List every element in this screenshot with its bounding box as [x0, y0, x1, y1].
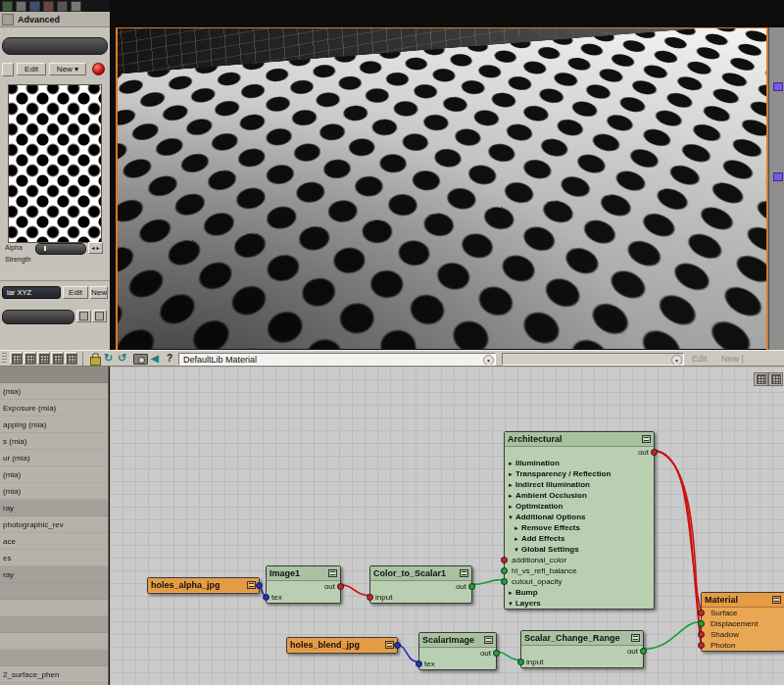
architectural-section-row[interactable]: ►Remove Effects: [505, 522, 654, 533]
node-menu-icon[interactable]: [460, 569, 468, 577]
new-button[interactable]: New ▾: [49, 63, 86, 75]
render-viewport[interactable]: [118, 28, 766, 349]
toolbar-grip[interactable]: [2, 353, 7, 365]
expand-arrow-icon[interactable]: ►: [508, 493, 514, 499]
output-port[interactable]: [394, 642, 401, 649]
architectural-section-row[interactable]: ►Illumination: [505, 458, 654, 468]
panel-icon[interactable]: [16, 1, 26, 12]
node-menu-icon[interactable]: [631, 634, 640, 642]
shader-list-item[interactable]: [0, 633, 108, 650]
material-input-row[interactable]: Surface: [702, 608, 784, 618]
tab-advanced[interactable]: Advanced: [18, 15, 60, 24]
shader-preview-bar[interactable]: [2, 37, 108, 55]
panel-icon[interactable]: [43, 1, 54, 12]
toolbar-button[interactable]: [10, 352, 23, 365]
input-port[interactable]: [698, 620, 705, 627]
input-port[interactable]: [501, 567, 508, 574]
camera-icon[interactable]: [133, 354, 148, 365]
shader-list-item[interactable]: ur (mia): [0, 450, 108, 466]
shader-list-item[interactable]: ray: [0, 500, 108, 516]
node-image1[interactable]: Image1 out tex: [266, 565, 341, 604]
architectural-section-row[interactable]: ▼Additional Options: [505, 512, 654, 522]
small-icon-button[interactable]: [92, 310, 107, 322]
expand-arrow-icon[interactable]: ▼: [508, 514, 514, 520]
toolbar-button[interactable]: [65, 352, 77, 365]
toolbar-button[interactable]: [37, 352, 50, 365]
expand-arrow-icon[interactable]: ►: [514, 525, 519, 531]
alpha-spinner[interactable]: ◄►: [88, 242, 103, 254]
shader-list-item[interactable]: ace: [0, 533, 108, 550]
edit-button-2[interactable]: Edit: [63, 286, 88, 299]
architectural-section-row[interactable]: ►Optimization: [505, 501, 654, 512]
shader-list-item[interactable]: [0, 367, 108, 383]
shader-list-item[interactable]: apping (mia): [0, 416, 108, 433]
texture-space-dropdown[interactable]: lar XYZ: [2, 286, 61, 299]
tab-nav-button[interactable]: [2, 14, 14, 25]
expand-arrow-icon[interactable]: ►: [508, 461, 514, 466]
node-menu-icon[interactable]: [328, 569, 337, 577]
input-port[interactable]: [501, 557, 508, 563]
input-port[interactable]: [263, 594, 270, 601]
bottom-slider[interactable]: [2, 310, 74, 324]
architectural-section-row[interactable]: ►Ambient Occlusion: [505, 490, 654, 501]
panel-icon[interactable]: [2, 1, 13, 12]
shader-list-item[interactable]: [0, 616, 108, 633]
edit-button[interactable]: Edit: [17, 63, 46, 75]
node-color-to-scalar1[interactable]: Color_to_Scalar1 out input: [369, 565, 472, 604]
output-port[interactable]: [493, 650, 500, 657]
output-port[interactable]: [640, 648, 647, 655]
new-button-2[interactable]: New: [90, 286, 108, 299]
shader-list-item[interactable]: (mia): [0, 483, 108, 500]
node-menu-icon[interactable]: [385, 641, 394, 649]
shader-list-item[interactable]: [0, 583, 108, 600]
input-port[interactable]: [698, 610, 705, 616]
panel-marker[interactable]: [773, 82, 783, 91]
render-region-icon[interactable]: [92, 63, 105, 75]
output-port[interactable]: [256, 582, 263, 589]
panel-icon[interactable]: [71, 1, 81, 12]
canvas-view-button[interactable]: [768, 372, 783, 386]
refresh-icon[interactable]: ↻: [104, 352, 113, 365]
material-input-row[interactable]: Photon: [702, 640, 784, 651]
material-input-row[interactable]: Shadow: [702, 629, 784, 640]
canvas-view-button[interactable]: [754, 372, 768, 386]
input-port[interactable]: [698, 631, 705, 638]
node-material[interactable]: Material SurfaceDisplacementShadowPhoton: [701, 592, 784, 652]
architectural-port-row[interactable]: additional_color: [505, 555, 654, 565]
node-scalarimage[interactable]: ScalarImage out tex: [418, 632, 497, 670]
shader-list-item[interactable]: [0, 600, 108, 616]
expand-arrow-icon[interactable]: ►: [508, 482, 514, 488]
node-holes-alpha-jpg[interactable]: holes_alpha_jpg: [147, 577, 260, 594]
material-input-row[interactable]: Displacement: [702, 618, 784, 629]
architectural-port-row[interactable]: cutout_opacity: [505, 576, 654, 587]
node-menu-icon[interactable]: [642, 435, 651, 443]
back-arrow-icon[interactable]: ◀: [151, 353, 159, 364]
architectural-port-row[interactable]: hl_vs_refl_balance: [505, 565, 654, 576]
chevron-down-icon[interactable]: ▼: [671, 355, 682, 366]
output-port[interactable]: [337, 583, 344, 590]
node-scalar-change-range[interactable]: Scalar_Change_Range out input: [520, 630, 644, 668]
output-port[interactable]: [468, 583, 475, 590]
expand-arrow-icon[interactable]: ►: [514, 536, 519, 542]
shader-list-item[interactable]: [0, 650, 108, 666]
panel-marker[interactable]: [773, 172, 783, 181]
shader-list-item[interactable]: 2_surface_phen: [0, 666, 108, 683]
small-icon-button[interactable]: [76, 310, 91, 322]
lock-icon[interactable]: [90, 357, 101, 366]
node-architectural[interactable]: Architectural out ►Illumination►Transpar…: [504, 431, 655, 610]
node-menu-icon[interactable]: [772, 596, 781, 604]
panel-icon[interactable]: [29, 1, 40, 12]
architectural-section-row[interactable]: ►Add Effects: [505, 533, 654, 544]
secondary-selector[interactable]: ▼: [502, 353, 684, 366]
expand-arrow-icon[interactable]: ▼: [514, 547, 519, 553]
architectural-section-row[interactable]: ►Transparency / Reflection: [505, 468, 654, 479]
input-port[interactable]: [416, 661, 422, 667]
architectural-section-row[interactable]: ▼Layers: [505, 598, 654, 609]
output-port[interactable]: [651, 449, 658, 456]
expand-arrow-icon[interactable]: ►: [508, 590, 514, 596]
refresh-all-icon[interactable]: ↺: [118, 352, 126, 365]
small-toggle-button[interactable]: [2, 63, 14, 76]
texture-preview-holes-pattern[interactable]: [8, 84, 102, 243]
input-port[interactable]: [517, 659, 524, 665]
architectural-section-row[interactable]: ►Indirect Illumination: [505, 479, 654, 490]
